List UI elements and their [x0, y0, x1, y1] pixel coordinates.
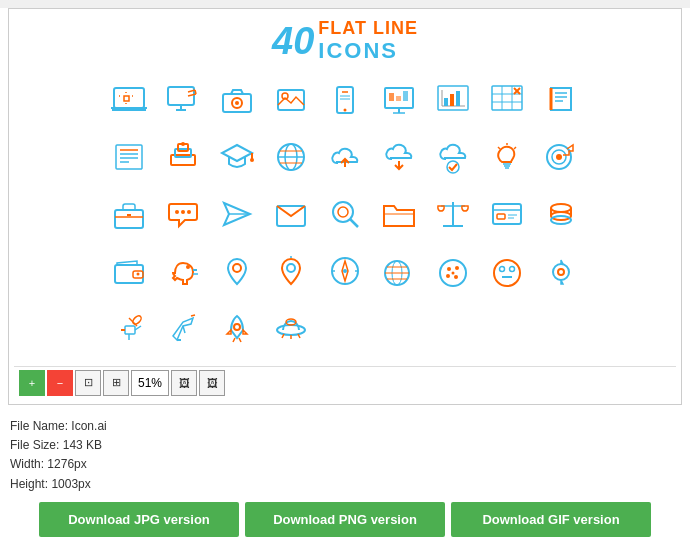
svg-point-80: [187, 210, 191, 214]
download-png-button[interactable]: Download PNG version: [245, 502, 445, 537]
download-gif-button[interactable]: Download GIF version: [451, 502, 651, 537]
icons-grid: [103, 73, 587, 356]
svg-line-141: [191, 315, 195, 316]
icon-monitor-pen: [157, 73, 209, 128]
svg-rect-26: [389, 93, 394, 101]
meta-width: Width: 1276px: [10, 455, 680, 474]
svg-point-131: [553, 264, 569, 280]
icon-chat: [157, 187, 209, 242]
svg-point-19: [344, 109, 347, 112]
icon-search: [319, 187, 371, 242]
title-text: FLAT LINE ICONS: [318, 19, 418, 63]
icon-compass: [319, 244, 371, 299]
svg-line-144: [239, 338, 241, 342]
icon-cookie2: [481, 244, 533, 299]
image-toggle1[interactable]: 🖼: [171, 370, 197, 396]
svg-point-57: [250, 158, 254, 162]
grid-button[interactable]: ⊞: [103, 370, 129, 396]
svg-line-143: [233, 338, 235, 342]
meta-filename: File Name: Icon.ai: [10, 417, 680, 436]
meta-height: Height: 1003px: [10, 475, 680, 494]
icon-email: [265, 187, 317, 242]
svg-rect-46: [116, 145, 142, 169]
svg-point-15: [235, 101, 239, 105]
icon-send: [211, 187, 263, 242]
svg-rect-16: [278, 90, 304, 110]
download-jpg-button[interactable]: Download JPG version: [39, 502, 239, 537]
icon-coins: [535, 187, 587, 242]
svg-point-109: [287, 264, 295, 272]
title-area: 40 FLAT LINE ICONS: [272, 19, 418, 63]
icon-satellite: [103, 301, 155, 356]
svg-point-142: [234, 324, 240, 330]
svg-point-113: [343, 269, 347, 273]
icon-folder: [373, 187, 425, 242]
svg-point-104: [137, 273, 140, 276]
icon-laptop: [103, 73, 155, 128]
svg-rect-133: [125, 326, 135, 334]
icon-wallet: [103, 244, 155, 299]
icon-globe: [265, 130, 317, 185]
icon-cloud-down: [373, 130, 425, 185]
icon-piggy: [157, 244, 209, 299]
preview-area: 40 FLAT LINE ICONS: [8, 8, 682, 405]
svg-rect-27: [396, 96, 401, 101]
svg-line-136: [135, 326, 141, 330]
icon-chart: [427, 73, 479, 128]
svg-line-71: [498, 147, 500, 149]
icon-tablet: [319, 73, 371, 128]
icon-grid-cross: [481, 73, 533, 128]
icon-books-stack: [157, 130, 209, 185]
zoom-out-button[interactable]: −: [47, 370, 73, 396]
icon-bulb: [481, 130, 533, 185]
svg-point-145: [277, 325, 305, 335]
icon-cloud-up: [319, 130, 371, 185]
svg-point-124: [446, 274, 450, 278]
icon-graduation: [211, 130, 263, 185]
svg-point-132: [558, 269, 564, 275]
download-row-1: Download JPG version Download PNG versio…: [10, 502, 680, 537]
meta-filesize: File Size: 143 KB: [10, 436, 680, 455]
fit-button[interactable]: ⊡: [75, 370, 101, 396]
svg-point-127: [494, 260, 520, 286]
svg-rect-32: [444, 98, 448, 106]
icon-camera: [211, 73, 263, 128]
title-flat-line: FLAT LINE: [318, 19, 418, 39]
svg-point-138: [131, 315, 142, 326]
svg-point-65: [447, 161, 459, 173]
icon-cookie1: [427, 244, 479, 299]
icon-settings-wheel: [535, 244, 587, 299]
svg-point-86: [338, 207, 348, 217]
meta-info: File Name: Icon.ai File Size: 143 KB Wid…: [0, 413, 690, 496]
icon-target: [535, 130, 587, 185]
svg-rect-94: [497, 214, 505, 219]
icon-telescope: [157, 301, 209, 356]
icon-card: [481, 187, 533, 242]
svg-point-105: [186, 265, 190, 269]
zoom-in-button[interactable]: +: [19, 370, 45, 396]
svg-point-78: [175, 210, 179, 214]
svg-point-79: [181, 210, 185, 214]
svg-rect-34: [456, 91, 460, 106]
icon-presentation: [373, 73, 425, 128]
svg-point-74: [556, 154, 562, 160]
svg-line-140: [183, 326, 185, 333]
svg-line-70: [514, 147, 516, 149]
svg-point-128: [500, 267, 505, 272]
icon-ufo: [265, 301, 317, 356]
svg-point-97: [551, 204, 571, 212]
title-icons: ICONS: [318, 39, 418, 63]
svg-rect-75: [115, 210, 143, 228]
svg-point-122: [447, 267, 451, 271]
svg-rect-28: [403, 91, 408, 101]
icon-briefcase: [103, 187, 155, 242]
image-toggle2[interactable]: 🖼: [199, 370, 225, 396]
icon-pin: [211, 244, 263, 299]
icon-cloud-check: [427, 130, 479, 185]
svg-point-126: [452, 272, 455, 275]
icon-list: [103, 130, 155, 185]
svg-rect-33: [450, 94, 454, 106]
title-number: 40: [272, 22, 314, 60]
svg-line-85: [350, 219, 358, 227]
main-container: 40 FLAT LINE ICONS: [0, 8, 690, 542]
